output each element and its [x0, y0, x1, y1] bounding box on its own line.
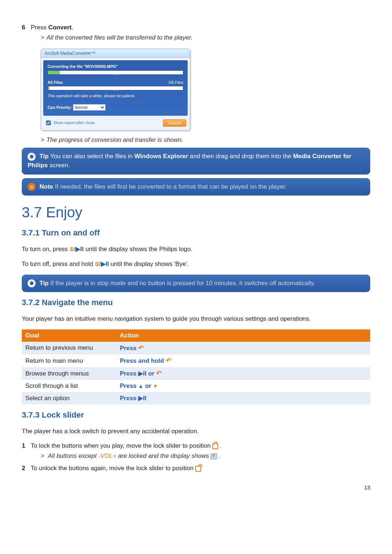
tip-drag-drop: ✱ Tip You can also select the files in W…	[22, 148, 370, 174]
cpu-priority-row: Cpu Priority: Normal	[48, 104, 183, 111]
lock-step-1-result: > All buttons except -VOL+ are locked an…	[41, 452, 370, 460]
heading-turn-on-off: 3.7.1 Turn on and off	[22, 227, 370, 239]
step-6-result: >All the converted files will be transfe…	[41, 33, 370, 42]
lock-step-2: 2 To unlock the buttons again, move the …	[22, 464, 370, 473]
files-count: 1/6 Files	[168, 80, 183, 85]
tip-icon: ✱	[28, 153, 36, 161]
play-pause-icon: ▶II	[75, 246, 83, 253]
tip-icon: ✱	[28, 279, 36, 287]
converting-file-label: Converting the file "MOV00000.MPG"	[48, 64, 183, 69]
patience-text: This operation will take a while, please…	[48, 93, 183, 99]
table-row: Browse through menus Press ▶II or ↶	[22, 367, 370, 380]
back-icon: ↶	[156, 370, 162, 377]
down-icon: ▼	[153, 383, 158, 389]
tip-auto-off: ✱ Tip If the player is in stop mode and …	[22, 275, 370, 292]
cpu-priority-select[interactable]: Normal	[73, 104, 106, 111]
file-progress-pct: 9%	[48, 71, 183, 76]
lock-open-icon	[195, 466, 201, 472]
table-row: Select an option Press ▶II	[22, 392, 370, 405]
table-row: Return to main menu Press and hold ↶	[22, 354, 370, 367]
all-files-label: All Files	[48, 80, 63, 85]
note-convert-format: ≡ Note If needed, the files will first b…	[22, 178, 370, 196]
turn-on-text: To turn on, press ①/▶II until the displa…	[22, 245, 370, 254]
note-icon: ≡	[28, 183, 36, 191]
cancel-button[interactable]: Cancel	[163, 119, 186, 127]
converter-dialog: ArcSoft MediaConverter™ Converting the f…	[41, 49, 190, 131]
show-report-checkbox[interactable]: Show report after close.	[45, 119, 95, 126]
dialog-title: ArcSoft MediaConverter™	[41, 49, 190, 58]
up-icon: ▲	[138, 383, 143, 389]
play-pause-icon: ▶II	[138, 395, 146, 402]
play-pause-icon: ▶II	[101, 260, 109, 267]
heading-lock-slider: 3.7.3 Lock slider	[22, 410, 370, 421]
lock-step-1: 1 To lock the buttons when you play, mov…	[22, 442, 370, 450]
step-text: Press Convert.	[31, 24, 73, 31]
table-row: Scroll through a list Press ▲ or ▼	[22, 380, 370, 392]
page-number: 13	[22, 484, 370, 491]
turn-off-text: To turn off, press and hold ①/▶II until …	[22, 260, 370, 268]
back-icon: ↶	[166, 357, 171, 364]
play-pause-icon: ▶II	[138, 370, 146, 377]
all-files-progress-pct: 1%	[48, 87, 183, 92]
heading-navigate-menu: 3.7.2 Navigate the menu	[22, 297, 370, 308]
step-6: 6 Press Convert.	[22, 23, 370, 32]
table-row: Return to previous menu Press ↶	[22, 342, 370, 354]
th-action: Action	[116, 329, 370, 342]
heading-enjoy: 3.7 Enjoy	[22, 202, 370, 222]
lock-closed-icon	[212, 443, 218, 449]
screen-lock-icon	[211, 454, 217, 459]
nav-intro: Your player has an intuitive menu naviga…	[22, 315, 370, 323]
navigation-table: Goal Action Return to previous menu Pres…	[22, 329, 370, 405]
progress-shown-line: >The progress of conversion and transfer…	[41, 136, 370, 144]
power-icon: ①	[69, 246, 74, 252]
back-icon: ↶	[138, 344, 144, 352]
step-number: 6	[22, 23, 29, 32]
th-goal: Goal	[22, 329, 116, 342]
power-icon: ①	[95, 261, 99, 267]
lock-intro: The player has a lock switch to prevent …	[22, 427, 370, 436]
